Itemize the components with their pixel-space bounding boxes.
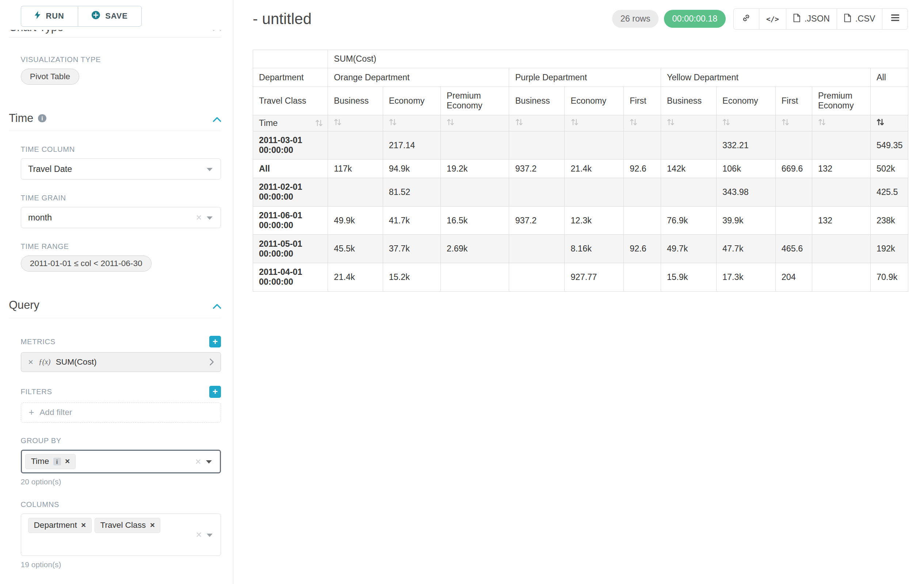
menu-button[interactable] [882,8,908,30]
visualization-type-pill[interactable]: Pivot Table [21,69,79,85]
tag-label: Time [31,457,49,466]
chart-header: - untitled 26 rows 00:00:00.18 .JSON [233,0,924,30]
sort-toggle-icon[interactable] [571,118,579,126]
chart-type-section-header[interactable]: Chart Type [9,30,221,38]
table-cell: 549.35 [870,131,908,160]
sort-desc-icon[interactable] [876,118,884,126]
sort-toggle-icon[interactable] [630,118,637,126]
table-cell [328,178,383,207]
corner-blank-cell [253,49,328,68]
add-filter-plus-button[interactable] [209,386,221,398]
table-cell [509,131,564,160]
remove-tag-icon[interactable] [81,521,86,530]
add-filter-button[interactable]: Add filter [21,403,221,423]
time-column-label-text: TIME COLUMN [21,145,75,154]
table-cell [812,178,870,207]
visualization-type-label: VISUALIZATION TYPE [21,56,221,64]
table-cell: 92.6 [624,235,661,263]
query-timer-badge: 00:00:00.18 [664,10,726,27]
pivot-table-container: SUM(Cost) Department Orange Department P… [233,30,924,292]
columns-tag-department[interactable]: Department [28,518,92,533]
table-cell: 132 [812,206,870,235]
column-header: Premium Economy [441,87,509,115]
remove-tag-icon[interactable] [65,457,70,466]
table-cell: 132 [812,160,870,178]
table-cell: 343.98 [716,178,776,207]
add-metric-button[interactable] [209,336,221,347]
column-header: Business [661,87,716,115]
table-cell: 49.9k [328,206,383,235]
control-panel-scroll[interactable]: Chart Type VISUALIZATION TYPE Pivot Tabl… [0,30,233,584]
table-cell: 238k [870,206,908,235]
table-cell [624,206,661,235]
chart-panel: - untitled 26 rows 00:00:00.18 .JSON [233,0,924,584]
columns-options-hint: 19 option(s) [21,560,221,569]
save-button[interactable]: SAVE [78,6,142,26]
sort-toggle-icon[interactable] [447,118,454,126]
export-json-button[interactable]: .JSON [786,8,837,30]
file-icon [844,13,851,25]
add-filter-label: Add filter [40,408,72,417]
column-header: Economy [383,87,441,115]
run-button[interactable]: RUN [21,6,78,26]
clear-icon[interactable] [195,457,201,466]
time-grain-label: TIME GRAIN [21,194,221,202]
save-button-label: SAVE [105,12,128,21]
run-save-button-group: RUN SAVE [21,6,142,26]
clear-icon[interactable] [196,212,201,222]
table-cell: 2.69k [441,235,509,263]
remove-metric-icon[interactable] [28,357,33,367]
table-cell: 192k [870,235,908,263]
table-cell [441,131,509,160]
explore-page: RUN SAVE Chart Type VISUALIZATION TYPE P… [0,0,924,584]
table-cell [328,131,383,160]
sort-toggle-icon[interactable] [723,118,730,126]
columns-select[interactable]: Department Travel Class [21,513,221,556]
metric-option[interactable]: ƒ(x) SUM(Cost) [21,352,221,372]
export-json-label: .JSON [805,14,830,24]
table-cell: 217.14 [383,131,441,160]
sort-header-cell [441,115,509,131]
export-csv-button[interactable]: .CSV [837,8,883,30]
sort-toggle-icon[interactable] [818,118,826,126]
query-section-header[interactable]: Query [9,299,221,318]
time-range-pill[interactable]: 2011-01-01 ≤ col < 2011-06-30 [21,255,152,271]
view-query-button[interactable] [759,8,787,30]
metric-header-row: SUM(Cost) [253,49,908,68]
sort-toggle-icon[interactable] [334,118,342,126]
sort-toggle-icon[interactable] [667,118,675,126]
column-header: Business [509,87,564,115]
chevron-up-icon [213,30,221,34]
group-by-tag-time[interactable]: Time [25,454,75,469]
filters-label: FILTERS [21,386,221,398]
table-cell [509,178,564,207]
time-grain-select[interactable]: month [21,207,221,228]
pivot-table-body: 2011-03-01 00:00:00217.14332.21549.35All… [253,131,908,291]
sort-toggle-icon[interactable] [315,119,323,127]
table-cell: 19.2k [441,160,509,178]
table-row: 2011-04-01 00:00:0021.4k15.2k927.7715.9k… [253,263,908,291]
group-by-label-text: GROUP BY [21,436,61,445]
time-row-header-cell: Time [253,115,328,131]
table-cell: 17.3k [716,263,776,291]
row-label: All [253,160,328,178]
table-row: All117k94.9k19.2k937.221.4k92.6142k106k6… [253,160,908,178]
group-by-select[interactable]: Time [21,450,221,474]
remove-tag-icon[interactable] [150,521,155,530]
table-cell: 502k [870,160,908,178]
columns-tag-travel-class[interactable]: Travel Class [95,518,161,533]
share-link-button[interactable] [733,8,759,30]
row-label: 2011-02-01 00:00:00 [253,178,328,207]
sort-toggle-icon[interactable] [389,118,397,126]
time-column-value: Travel Date [28,164,72,174]
time-column-select[interactable]: Travel Date [21,158,221,179]
sort-toggle-icon[interactable] [515,118,523,126]
clear-icon[interactable] [196,530,201,540]
column-header: Premium Economy [812,87,870,115]
table-cell: 15.2k [383,263,441,291]
table-cell: 92.6 [624,160,661,178]
time-section-header[interactable]: Time [9,112,221,131]
chart-title[interactable]: - untitled [253,10,312,28]
sort-toggle-icon[interactable] [782,118,789,126]
table-cell [509,235,564,263]
